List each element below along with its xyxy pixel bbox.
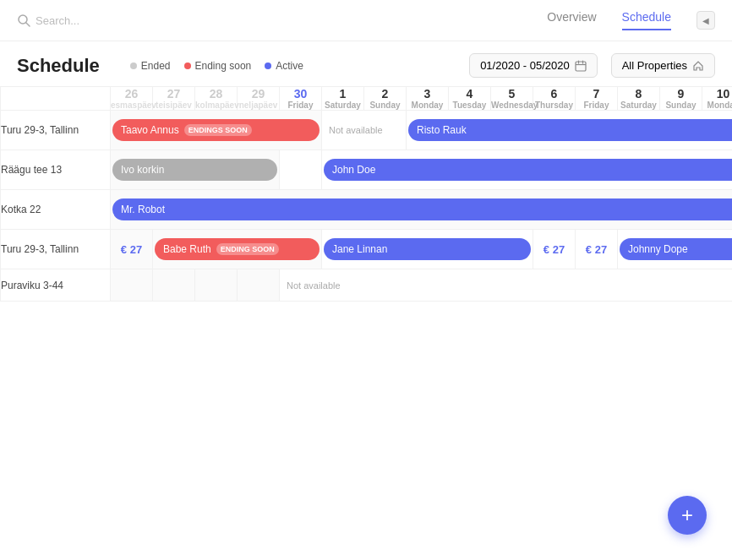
toolbar: Schedule Ended Ending soon Active 01/202…: [0, 41, 732, 86]
date-range-button[interactable]: 01/2020 - 05/2020: [469, 53, 598, 78]
day-header-5: 5Wednesday: [491, 87, 533, 111]
day-header-27: 27teisipäev: [153, 87, 195, 111]
legend-ended: Ended: [130, 60, 171, 72]
legend-ending-soon: Ending soon: [184, 60, 252, 72]
day-header-28: 28kolmapäev: [195, 87, 238, 111]
all-properties-text: All Properties: [622, 59, 687, 72]
legend-ending-label: Ending soon: [195, 60, 252, 72]
booking-bar-€-27[interactable]: € 27: [111, 233, 152, 265]
schedule-container: 26esmaspäev27teisipäev28kolmapäev29nelja…: [0, 86, 732, 318]
booking-bar-taavo-annus[interactable]: Taavo AnnusENDINGS SOON: [112, 119, 320, 141]
cell-turu29-2-5: Jane Linnan: [322, 230, 533, 269]
label-header: [1, 87, 111, 111]
day-header-26: 26esmaspäev: [111, 87, 153, 111]
day-header-1: 1Saturday: [322, 87, 364, 111]
cell-kotka22-0: Mr. Robot: [111, 190, 733, 230]
cell-turu29-1-7: Risto Rauk: [407, 111, 733, 150]
row-label-turu29-2: Turu 29-3, Tallinn: [1, 230, 111, 269]
day-header-4: 4Tuesday: [449, 87, 491, 111]
collapse-button[interactable]: ◀: [696, 11, 715, 30]
cell-turu29-1-5: Not available: [322, 111, 407, 150]
property-row-turu29-2: Turu 29-3, Tallinn€ 27Babe RuthENDING SO…: [1, 230, 733, 269]
row-label-raagu13: Räägu tee 13: [1, 150, 111, 190]
cell-raagu13-5: John Doe: [322, 150, 733, 190]
booking-bar-ivo-korkin[interactable]: Ivo korkin: [112, 159, 277, 181]
property-row-kotka22: Kotka 22Mr. Robot: [1, 190, 733, 230]
svg-line-1: [26, 23, 30, 26]
day-header-row: 26esmaspäev27teisipäev28kolmapäev29nelja…: [1, 87, 733, 111]
search-input-label[interactable]: Search...: [36, 14, 79, 27]
cell-puraviku344-1: [153, 269, 195, 302]
legend-active-label: Active: [276, 60, 303, 72]
dot-active: [265, 63, 271, 69]
nav-schedule[interactable]: Schedule: [622, 10, 671, 30]
calendar-icon: [575, 60, 587, 72]
legend: Ended Ending soon Active: [130, 60, 303, 72]
day-header-8: 8Saturday: [618, 87, 660, 111]
search-wrap: Search...: [17, 14, 79, 27]
day-header-30: 30Friday: [280, 87, 322, 111]
day-header-10: 10Monday: [702, 87, 733, 111]
booking-bar-€-27[interactable]: € 27: [576, 233, 617, 265]
cell-puraviku344-0: [111, 269, 153, 302]
booking-bar-johnny-dope[interactable]: Johnny Dope: [620, 238, 732, 260]
schedule-table: 26esmaspäev27teisipäev28kolmapäev29nelja…: [0, 86, 732, 302]
page-title: Schedule: [17, 55, 100, 77]
property-row-raagu13: Räägu tee 13Ivo korkinJohn Doe: [1, 150, 733, 190]
day-header-7: 7Friday: [576, 87, 618, 111]
cell-puraviku344-2: [195, 269, 238, 302]
day-header-2: 2Sunday: [364, 87, 407, 111]
cell-turu29-2-0: € 27: [111, 230, 153, 269]
legend-ended-label: Ended: [141, 60, 171, 72]
cell-puraviku344-4: Not available: [280, 269, 733, 302]
cell-raagu13-0: Ivo korkin: [111, 150, 280, 190]
dot-ending: [184, 63, 191, 69]
cell-raagu13-4: [280, 150, 322, 190]
cell-turu29-2-12: Johnny Dope: [618, 230, 733, 269]
booking-bar-not-available[interactable]: Not available: [280, 273, 732, 297]
schedule-body: Turu 29-3, TallinnTaavo AnnusENDINGS SOO…: [1, 111, 733, 302]
day-header-9: 9Sunday: [660, 87, 702, 111]
cell-turu29-2-11: € 27: [576, 230, 618, 269]
date-range-text: 01/2020 - 05/2020: [480, 59, 570, 72]
nav-links: Overview Schedule: [547, 10, 671, 30]
day-header-6: 6Thursday: [533, 87, 576, 111]
booking-bar-babe-ruth[interactable]: Babe RuthENDING SOON: [155, 238, 320, 260]
legend-active: Active: [265, 60, 303, 72]
row-label-puraviku344: Puraviku 3-44: [1, 269, 111, 302]
day-header-29: 29neljapäev: [238, 87, 280, 111]
booking-bar-€-27[interactable]: € 27: [533, 233, 575, 265]
booking-bar-jane-linnan[interactable]: Jane Linnan: [324, 238, 531, 260]
booking-bar-risto-rauk[interactable]: Risto Rauk: [408, 119, 732, 141]
cell-turu29-2-1: Babe RuthENDING SOON: [153, 230, 322, 269]
day-header-3: 3Monday: [407, 87, 449, 111]
search-icon: [17, 14, 30, 27]
property-row-turu29-1: Turu 29-3, TallinnTaavo AnnusENDINGS SOO…: [1, 111, 733, 150]
all-properties-button[interactable]: All Properties: [611, 53, 715, 78]
row-label-kotka22: Kotka 22: [1, 190, 111, 230]
dot-ended: [130, 63, 137, 69]
booking-bar-mr.-robot[interactable]: Mr. Robot: [112, 198, 732, 220]
cell-turu29-1-0: Taavo AnnusENDINGS SOON: [111, 111, 322, 150]
cell-puraviku344-3: [238, 269, 280, 302]
svg-rect-2: [576, 62, 586, 71]
nav-overview[interactable]: Overview: [547, 10, 596, 30]
header: Search... Overview Schedule ◀: [0, 0, 732, 41]
booking-bar-john-doe[interactable]: John Doe: [324, 159, 732, 181]
booking-bar-not-available[interactable]: Not available: [322, 114, 406, 146]
home-icon: [692, 60, 704, 72]
property-row-puraviku344: Puraviku 3-44Not available: [1, 269, 733, 302]
row-label-turu29-1: Turu 29-3, Tallinn: [1, 111, 111, 150]
cell-turu29-2-10: € 27: [533, 230, 576, 269]
